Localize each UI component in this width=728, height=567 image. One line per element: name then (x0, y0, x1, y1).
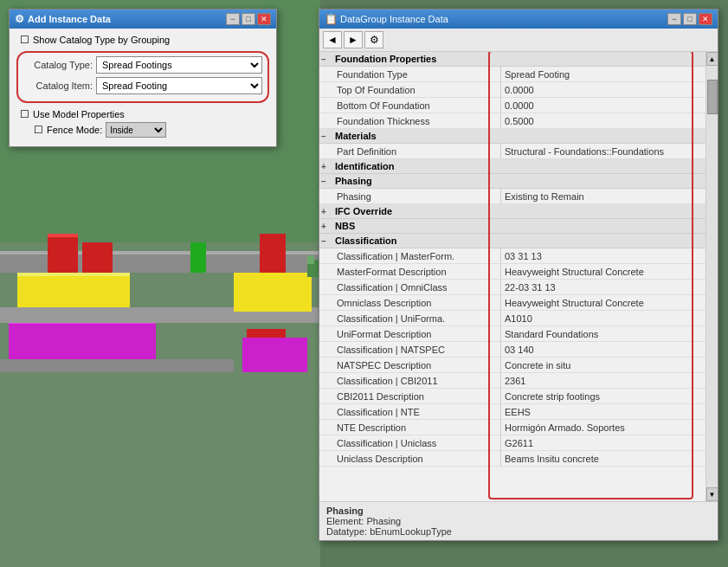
datagroup-titlebar: 📋 DataGroup Instance Data − □ ✕ (319, 10, 718, 29)
status-line-2: Element: Phasing (326, 516, 711, 526)
toolbar-forward-btn[interactable]: ► (344, 31, 363, 48)
use-model-props-checkbox[interactable]: ☐ (20, 108, 29, 120)
foundation-expand-icon[interactable]: − (321, 55, 332, 64)
prop-name-natspec-desc: NATSPEC Description (319, 358, 501, 372)
close-button[interactable]: ✕ (257, 13, 271, 25)
section-header-foundation: − Foundation Properties (319, 52, 705, 67)
datagroup-controls: − □ ✕ (667, 13, 712, 25)
datagroup-title: DataGroup Instance Data (340, 14, 448, 24)
svg-rect-11 (9, 320, 156, 359)
prop-value-uniclass-desc: Beams Insitu concrete (501, 451, 705, 466)
status-line-1: Phasing (326, 506, 711, 516)
section-header-identification: + Identification (319, 159, 705, 174)
svg-rect-17 (260, 234, 286, 273)
section-header-phasing: − Phasing (319, 174, 705, 189)
ifc-expand-icon[interactable]: + (321, 207, 332, 216)
prop-value-uniformat: A1010 (501, 311, 705, 325)
fence-mode-checkbox[interactable]: ☐ (34, 124, 43, 136)
add-instance-window: ⚙ Add Instance Data − □ ✕ ☐ Show Catalog… (9, 9, 277, 147)
scroll-up-arrow[interactable]: ▲ (706, 52, 718, 66)
status-line-3: Datatype: bEnumLookupType (326, 526, 711, 537)
catalog-type-label: Catalog Type: (23, 60, 93, 70)
svg-rect-15 (0, 359, 234, 372)
materials-expand-icon[interactable]: − (321, 132, 332, 141)
prop-name-cbi2011: Classification | CBI2011 (319, 373, 501, 388)
prop-value-natspec: 03 140 (501, 342, 705, 357)
prop-value-foundation-type: Spread Footing (501, 67, 705, 81)
nbs-section-label: NBS (335, 221, 355, 231)
nbs-expand-icon[interactable]: + (321, 222, 332, 231)
show-catalog-checkbox[interactable]: ☐ (20, 34, 29, 46)
status-bar: Phasing Element: Phasing Datatype: bEnum… (319, 501, 718, 540)
phasing-expand-icon[interactable]: − (321, 177, 332, 186)
add-instance-titlebar: ⚙ Add Instance Data − □ ✕ (10, 10, 276, 29)
prop-row-masterformat: Classification | MasterForm. 03 31 13 (319, 248, 705, 264)
svg-rect-5 (17, 273, 130, 276)
prop-value-nte-desc: Hormigón Armado. Soportes (501, 420, 705, 435)
svg-rect-19 (307, 255, 314, 264)
prop-value-part-definition: Structural - Foundations::Foundations (501, 144, 705, 158)
minimize-button[interactable]: − (226, 13, 240, 25)
prop-name-masterformat-desc: MasterFormat Description (319, 264, 501, 279)
prop-name-uniclass: Classification | Uniclass (319, 435, 501, 450)
prop-row-uniformat-desc: UniFormat Description Standard Foundatio… (319, 326, 705, 342)
restore-button[interactable]: □ (242, 13, 255, 25)
foundation-section-label: Foundation Properties (335, 54, 436, 64)
classification-expand-icon[interactable]: − (321, 236, 332, 246)
prop-name-bottom-foundation: Bottom Of Foundation (319, 98, 501, 113)
catalog-type-select[interactable]: Spread Footings (96, 56, 262, 74)
prop-value-nte: EEHS (501, 404, 705, 419)
prop-name-foundation-thickness: Foundation Thickness (319, 113, 501, 128)
prop-row-foundation-thickness: Foundation Thickness 0.5000 (319, 113, 705, 129)
use-model-props-row: ☐ Use Model Properties (16, 108, 269, 120)
datagroup-window: 📋 DataGroup Instance Data − □ ✕ ◄ ► ⚙ − … (319, 9, 718, 541)
ifc-section-label: IFC Override (335, 206, 392, 216)
toolbar-settings-btn[interactable]: ⚙ (364, 31, 383, 48)
prop-row-phasing: Phasing Existing to Remain (319, 189, 705, 204)
prop-name-cbi2011-desc: CBI2011 Description (319, 389, 501, 403)
scrollbar: ▲ ▼ (705, 52, 718, 501)
catalog-item-label: Catalog Item: (23, 81, 93, 91)
identification-section-label: Identification (335, 161, 394, 171)
show-catalog-label: Show Catalog Type by Grouping (33, 35, 170, 45)
prop-row-natspec: Classification | NATSPEC 03 140 (319, 342, 705, 358)
prop-name-natspec: Classification | NATSPEC (319, 342, 501, 357)
prop-name-phasing: Phasing (319, 189, 501, 203)
dg-minimize-button[interactable]: − (667, 13, 681, 25)
prop-row-uniformat: Classification | UniForma. A1010 (319, 311, 705, 326)
classification-section-label: Classification (335, 235, 397, 246)
prop-row-nte: Classification | NTE EEHS (319, 404, 705, 420)
datagroup-app-icon: 📋 (325, 13, 338, 25)
prop-name-part-definition: Part Definition (319, 144, 501, 158)
catalog-type-row: Catalog Type: Spread Footings (23, 56, 262, 74)
prop-value-phasing: Existing to Remain (501, 189, 705, 203)
svg-rect-6 (48, 234, 78, 273)
show-catalog-row: ☐ Show Catalog Type by Grouping (16, 34, 269, 46)
identification-expand-icon[interactable]: + (321, 162, 332, 171)
prop-name-uniclass-desc: Uniclass Description (319, 451, 501, 466)
toolbar-back-btn[interactable]: ◄ (323, 31, 342, 48)
dg-restore-button[interactable]: □ (683, 13, 697, 25)
datagroup-toolbar: ◄ ► ⚙ (319, 29, 718, 52)
catalog-item-select[interactable]: Spread Footing (96, 77, 262, 94)
section-header-classification: − Classification (319, 234, 705, 248)
use-model-props-label: Use Model Properties (33, 109, 125, 119)
prop-row-nte-desc: NTE Description Hormigón Armado. Soporte… (319, 420, 705, 435)
prop-name-foundation-type: Foundation Type (319, 67, 501, 81)
fence-mode-select[interactable]: Inside (106, 122, 166, 138)
prop-name-omniclass-desc: Omniclass Description (319, 295, 501, 310)
prop-name-top-foundation: Top Of Foundation (319, 82, 501, 97)
scroll-thumb[interactable] (707, 80, 718, 114)
prop-row-masterformat-desc: MasterFormat Description Heavyweight Str… (319, 264, 705, 280)
prop-value-foundation-thickness: 0.5000 (501, 113, 705, 128)
materials-section-label: Materials (335, 131, 377, 141)
dg-close-button[interactable]: ✕ (699, 13, 712, 25)
prop-value-uniclass: G2611 (501, 435, 705, 450)
prop-name-uniformat-desc: UniFormat Description (319, 326, 501, 341)
scroll-down-arrow[interactable]: ▼ (706, 487, 718, 501)
prop-name-masterformat: Classification | MasterForm. (319, 248, 501, 263)
prop-row-uniclass: Classification | Uniclass G2611 (319, 435, 705, 451)
prop-name-nte: Classification | NTE (319, 404, 501, 419)
add-instance-app-icon: ⚙ (15, 13, 24, 25)
prop-row-foundation-type: Foundation Type Spread Footing (319, 67, 705, 82)
